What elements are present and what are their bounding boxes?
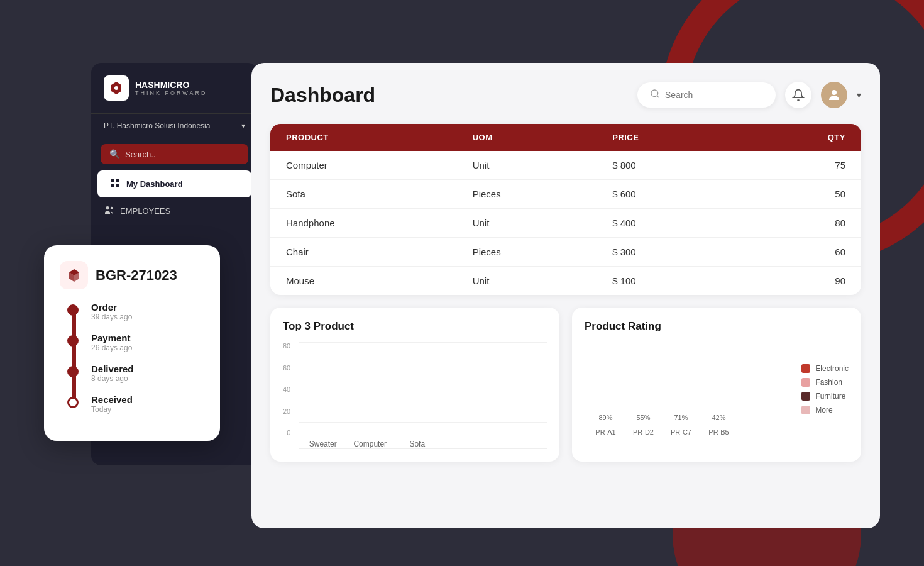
cell-product: Chair: [286, 247, 473, 257]
timeline-line: [72, 308, 76, 408]
rating-chart: 89% PR-A1 55% PR-D2 71% PR-C7: [585, 342, 849, 436]
logo-text: HASHMICRO THINK FORWARD: [135, 80, 207, 96]
col-header-product: PRODUCT: [286, 133, 473, 142]
bottom-panels: Top 3 Product 80 60 40 20 0: [270, 308, 861, 462]
svg-point-8: [832, 90, 837, 95]
cell-price: $ 400: [612, 218, 752, 228]
cell-uom: Unit: [473, 275, 613, 286]
rating-bar-PRA1: 89% PR-A1: [591, 425, 620, 436]
cell-uom: Pieces: [473, 189, 613, 199]
order-id: BGR-271023: [96, 267, 177, 284]
timeline-item-order: Order 39 days ago: [91, 302, 204, 321]
timeline-item-delivered: Delivered 8 days ago: [91, 363, 204, 383]
timeline-item-payment: Payment 26 days ago: [91, 333, 204, 352]
timeline-item-received: Received Today: [91, 394, 204, 414]
rating-bars-container: 89% PR-A1 55% PR-D2 71% PR-C7: [591, 354, 786, 436]
chevron-down-icon: ▾: [241, 121, 245, 130]
order-timeline: Order 39 days ago Payment 26 days ago De…: [60, 302, 204, 414]
timeline-dot-delivered: [67, 366, 79, 377]
table-body: Computer Unit $ 800 75 Sofa Pieces $ 600…: [270, 151, 861, 295]
svg-rect-1: [111, 179, 114, 182]
rating-bar-PRB5: 42% PR-B5: [705, 425, 733, 436]
cell-price: $ 100: [612, 275, 752, 286]
legend-electronic: Electronic: [801, 364, 849, 373]
bars-container: Sweater Computer Sofa: [305, 367, 537, 448]
sidebar-search[interactable]: 🔍 Search..: [101, 144, 248, 164]
notification-button[interactable]: [785, 82, 811, 108]
chevron-down-icon: ▾: [857, 90, 861, 100]
svg-point-0: [114, 86, 118, 90]
header-right: ▾: [637, 82, 861, 108]
table-row: Handphone Unit $ 400 80: [270, 209, 861, 238]
order-card: BGR-271023 Order 39 days ago Payment 26 …: [44, 245, 220, 441]
svg-point-7: [651, 90, 658, 97]
logo-icon: [104, 75, 129, 101]
rating-title: Product Rating: [585, 320, 849, 333]
col-header-uom: UoM: [473, 133, 613, 142]
search-box[interactable]: [637, 82, 776, 108]
cell-price: $ 800: [612, 160, 752, 170]
cell-qty: 75: [752, 160, 845, 170]
timeline-dot-order: [67, 304, 79, 316]
search-input[interactable]: [665, 90, 763, 100]
sidebar-item-label: EMPLOYEES: [120, 206, 170, 216]
top3-product-panel: Top 3 Product 80 60 40 20 0: [270, 308, 559, 462]
legend-dot-fashion: [801, 378, 810, 387]
cell-price: $ 600: [612, 189, 752, 199]
users-icon: [104, 205, 114, 217]
rating-legend: Electronic Fashion Furniture More: [801, 342, 849, 436]
table-row: Computer Unit $ 800 75: [270, 151, 861, 180]
table-row: Sofa Pieces $ 600 50: [270, 180, 861, 209]
bar-sofa: Sofa: [400, 436, 434, 448]
rating-bar-PRC7: 71% PR-C7: [667, 425, 695, 436]
cell-qty: 60: [752, 247, 845, 257]
dashboard-header: Dashboard ▾: [270, 82, 861, 108]
y-axis: 80 60 40 20 0: [283, 342, 294, 436]
legend-dot-furniture: [801, 392, 810, 401]
legend-more: More: [801, 406, 849, 414]
grid-icon: [110, 178, 120, 190]
top3-title: Top 3 Product: [283, 320, 547, 333]
order-card-header: BGR-271023: [60, 261, 204, 289]
rating-bar-PRD2: 55% PR-D2: [629, 425, 657, 436]
cell-product: Mouse: [286, 275, 473, 286]
svg-point-6: [111, 207, 113, 209]
timeline-dot-received: [67, 397, 79, 408]
rating-bars-area: 89% PR-A1 55% PR-D2 71% PR-C7: [585, 342, 792, 436]
col-header-price: PRICE: [612, 133, 752, 142]
order-icon: [60, 261, 88, 289]
sidebar-item-employees[interactable]: EMPLOYEES: [91, 197, 258, 225]
cell-uom: Unit: [473, 160, 613, 170]
svg-point-5: [106, 206, 109, 209]
avatar[interactable]: [821, 82, 847, 108]
cell-qty: 50: [752, 189, 845, 199]
col-header-qty: QTY: [752, 133, 845, 142]
sidebar-item-dashboard[interactable]: My Dashboard: [97, 170, 251, 197]
company-selector[interactable]: PT. Hashmicro Solusi Indonesia ▾: [91, 114, 258, 138]
cell-uom: Unit: [473, 218, 613, 228]
legend-fashion: Fashion: [801, 378, 849, 387]
table-header: PRODUCT UoM PRICE QTY: [270, 124, 861, 151]
product-rating-panel: Product Rating 89% PR-A1 55% PR-D2: [572, 308, 861, 462]
cell-product: Handphone: [286, 218, 473, 228]
cell-product: Sofa: [286, 189, 473, 199]
search-icon: 🔍: [109, 149, 120, 159]
legend-furniture: Furniture: [801, 392, 849, 401]
cell-uom: Pieces: [473, 247, 613, 257]
page-title: Dashboard: [270, 84, 375, 107]
legend-dot-electronic: [801, 364, 810, 373]
cell-price: $ 300: [612, 247, 752, 257]
sidebar-logo: HASHMICRO THINK FORWARD: [91, 75, 258, 114]
table-row: Mouse Unit $ 100 90: [270, 267, 861, 295]
bar-sweater: Sweater: [305, 436, 340, 448]
top3-chart-area: 80 60 40 20 0 Sweater: [283, 342, 547, 449]
cell-qty: 90: [752, 275, 845, 286]
legend-dot-more: [801, 406, 810, 414]
cell-product: Computer: [286, 160, 473, 170]
svg-rect-2: [116, 179, 119, 182]
product-table: PRODUCT UoM PRICE QTY Computer Unit $ 80…: [270, 124, 861, 295]
bars-area: Sweater Computer Sofa: [299, 342, 547, 449]
search-icon: [650, 89, 660, 101]
main-content: Dashboard ▾: [251, 63, 880, 528]
bar-computer: Computer: [353, 436, 387, 448]
